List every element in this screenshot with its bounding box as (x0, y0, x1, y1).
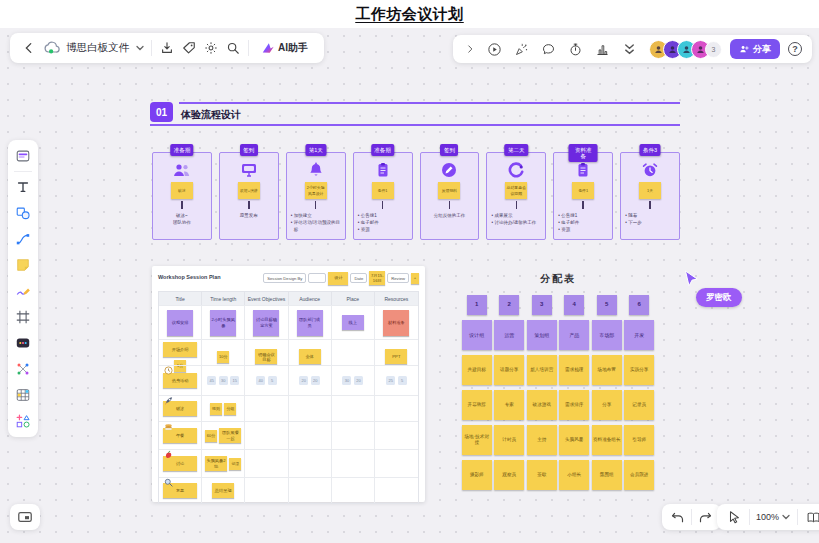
sticky-note[interactable]: 2小时头脑风暴 (210, 310, 236, 336)
sticky-note[interactable]: 规则 (210, 403, 222, 415)
pen-tool-button[interactable] (12, 280, 34, 302)
sticky-note[interactable]: 2 (499, 295, 519, 315)
table-cell[interactable]: 讨论目标确定方案 (245, 305, 288, 339)
table-cell[interactable] (245, 395, 288, 421)
sticky-note[interactable]: 分享 (592, 390, 622, 420)
table-cell[interactable]: 破冰 (159, 395, 202, 421)
table-cell[interactable] (289, 395, 332, 421)
share-button[interactable]: 分享 (730, 39, 780, 59)
table-cell[interactable]: 午餐 (159, 421, 202, 449)
ai-assistant-button[interactable]: AI助手 (255, 40, 314, 56)
sticky-note[interactable]: 设计组 (462, 320, 492, 350)
sticky-note[interactable]: 观察员 (494, 460, 524, 490)
table-cell[interactable]: 2小时头脑风暴 (202, 305, 245, 339)
flow-card[interactable]: 准备期 条件1 •公告牌1•电子邮件•资源 (353, 152, 413, 240)
table-cell[interactable] (375, 421, 418, 449)
sticky-note[interactable]: 小组长 (559, 460, 589, 490)
table-cell[interactable]: 材料准备 (375, 305, 418, 339)
connector-tool-button[interactable] (12, 228, 34, 250)
table-cell[interactable]: 255 (375, 365, 418, 395)
vote-chip[interactable]: 5 (268, 376, 277, 385)
vote-chip[interactable]: 20 (311, 376, 320, 385)
sticky-note[interactable]: 专家 (494, 390, 524, 420)
sticky-note[interactable]: 引导师 (624, 425, 654, 455)
sticky-note[interactable]: 需求梳理 (559, 355, 589, 385)
moreshapes-tool-button[interactable] (12, 410, 34, 432)
undo-button[interactable] (668, 508, 687, 527)
flow-card[interactable]: 签到 反馈物料 分组反馈的工作 (420, 152, 480, 240)
table-cell[interactable] (332, 449, 375, 477)
sticky-note[interactable]: 60分 (205, 430, 217, 442)
expand-toolbar-button[interactable] (463, 42, 477, 56)
sticky-note[interactable]: 议程安排 (167, 310, 193, 336)
sticky-note[interactable]: 热身活动 (163, 373, 197, 388)
search-button[interactable] (224, 39, 242, 57)
table-cell[interactable] (332, 395, 375, 421)
chevron-down-icon[interactable] (135, 43, 145, 53)
sticky-note[interactable]: 1天 (639, 182, 661, 199)
sticky-note[interactable]: 3 (532, 295, 552, 315)
tablegrid-tool-button[interactable] (12, 384, 34, 406)
sticky-note[interactable]: 明确会议目标 (255, 349, 277, 364)
table-cell[interactable]: 405 (245, 365, 288, 395)
sticky-note[interactable]: 破冰 (171, 182, 193, 199)
vote-chip[interactable]: 30 (342, 376, 351, 385)
sticky-note[interactable]: 5 (597, 295, 617, 315)
sticky-note[interactable]: 开发 (624, 320, 654, 350)
flow-card[interactable]: 第1天 2小时头脑风暴设计 •加快建立•评估活动/活动预设的目标 (286, 152, 346, 240)
sticky-note[interactable]: 条件1 (572, 182, 594, 199)
gear-button[interactable] (202, 39, 220, 57)
redo-button[interactable] (696, 508, 715, 527)
sticky-tool-button[interactable] (12, 254, 34, 276)
table-cell[interactable]: 线上 (332, 305, 375, 339)
sticky-note[interactable]: 开幕致辞 (462, 390, 492, 420)
flow-card[interactable]: 第二天 总结复盘会议回顾 •成果展示•讨论待办/遗留的工作 (486, 152, 546, 240)
flow-card[interactable]: 准备期 破冰 破冰~团队协作 (152, 152, 212, 240)
reaction-tool-button[interactable] (12, 332, 34, 354)
sticky-note[interactable]: 欢迎+演讲 (238, 182, 260, 199)
table-cell[interactable] (375, 449, 418, 477)
sticky-note[interactable]: 线上 (342, 315, 364, 330)
sticky-note[interactable]: 头脑风暴 (559, 425, 589, 455)
sticky-note[interactable]: 共建目标 (462, 355, 492, 385)
table-cell[interactable] (375, 477, 418, 503)
sticky-note[interactable]: 1 (467, 295, 487, 315)
sticky-note[interactable]: 氛围组 (592, 460, 622, 490)
flow-card[interactable]: 资料准备 条件1 •公告牌1•电子邮件•资源 (553, 152, 613, 240)
shapes-tool-button[interactable] (12, 202, 34, 224)
vote-chip[interactable]: 15 (230, 376, 239, 385)
session-design-input[interactable] (308, 273, 326, 283)
tag-button[interactable] (180, 39, 198, 57)
review-button[interactable]: Review (387, 273, 409, 283)
vote-chip[interactable]: 45 (207, 376, 216, 385)
vote-chip[interactable]: 20 (299, 376, 308, 385)
table-cell[interactable]: 规则分组 (202, 395, 245, 421)
mindmap-tool-button[interactable] (12, 358, 34, 380)
sticky-note[interactable]: 市场部 (592, 320, 622, 350)
sticky-note[interactable]: 4 (564, 295, 584, 315)
table-cell[interactable] (245, 477, 288, 503)
collaborator-count-badge[interactable]: 3 (705, 41, 722, 58)
sticky-note[interactable]: 条件1 (372, 182, 394, 199)
sticky-note[interactable]: 新人培训营 (527, 355, 557, 385)
pages-button[interactable] (804, 508, 819, 527)
table-cell[interactable] (332, 477, 375, 503)
sticky-note[interactable]: 设计 (328, 272, 348, 285)
table-cell[interactable]: 议程安排 (159, 305, 202, 339)
table-cell[interactable] (375, 395, 418, 421)
sticky-note[interactable]: 团队聚餐一起 (219, 428, 241, 443)
flow-card[interactable]: 签到 欢迎+演讲 愿景发布 (219, 152, 279, 240)
sticky-note[interactable]: 总结呈现 (212, 483, 234, 498)
session-design-by-button[interactable]: Session Design By (263, 273, 306, 283)
sticky-note[interactable]: 策划组 (527, 320, 557, 350)
vote-chip[interactable]: 40 (256, 376, 265, 385)
sticky-note[interactable]: 运营 (494, 320, 524, 350)
pointer-mode-button[interactable] (725, 508, 743, 526)
table-cell[interactable]: 2020 (289, 365, 332, 395)
frame-tool-button[interactable] (12, 306, 34, 328)
sticky-note[interactable]: 话题分享 (494, 355, 524, 385)
sticky-note[interactable]: 头脑风暴2轮 (205, 456, 227, 471)
templates-tool-button[interactable] (12, 145, 34, 167)
table-cell[interactable]: 头脑风暴2轮记录 (202, 449, 245, 477)
sticky-note[interactable]: 计时员 (494, 425, 524, 455)
